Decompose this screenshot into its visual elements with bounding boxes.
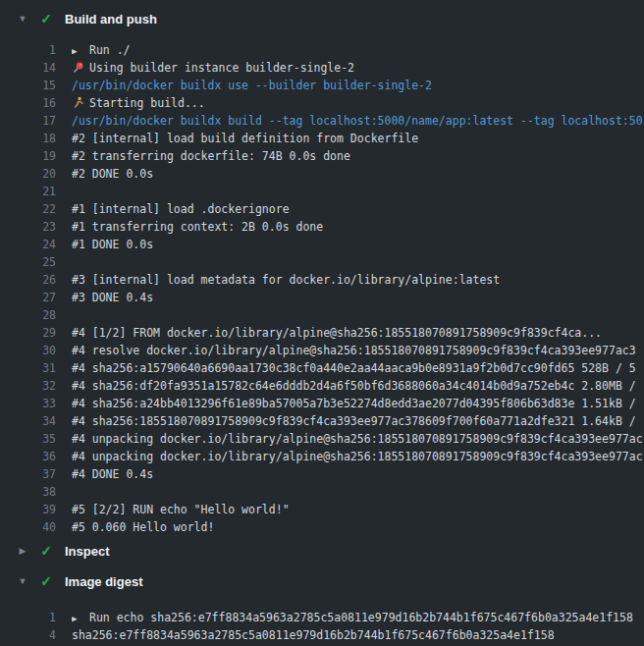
- runner-icon: [72, 96, 84, 109]
- line-number[interactable]: 22: [0, 200, 56, 218]
- log-line: 4 sha256:e7ff8834a5963a2785c5a0811e979d1…: [0, 626, 644, 644]
- line-text: Starting build...: [72, 94, 644, 112]
- line-number[interactable]: 25: [0, 253, 56, 271]
- log-line: 29 #4 [1/2] FROM docker.io/library/alpin…: [0, 324, 644, 342]
- line-number[interactable]: 27: [0, 289, 56, 306]
- log-line: 32 #4 sha256:df20fa9351a15782c64e6dddb2d…: [0, 377, 644, 395]
- line-number[interactable]: 1: [0, 41, 56, 59]
- line-number[interactable]: 18: [0, 130, 56, 147]
- line-number[interactable]: 23: [0, 218, 56, 236]
- line-number[interactable]: 32: [0, 377, 56, 395]
- line-text: #5 0.060 Hello world!: [72, 518, 644, 536]
- log-line: 28: [0, 306, 644, 324]
- line-number[interactable]: 38: [0, 483, 56, 501]
- chevron-right-icon[interactable]: ▶: [17, 540, 28, 562]
- line-text: Using builder instance builder-single-2: [72, 59, 644, 77]
- line-text-value: /usr/bin/docker buildx use --builder bui…: [72, 79, 432, 92]
- line-text: #2 transferring dockerfile: 74B 0.0s don…: [72, 147, 644, 165]
- line-text: [72, 306, 644, 324]
- log-line: 20 #2 DONE 0.0s: [0, 165, 644, 183]
- line-number[interactable]: 37: [0, 465, 56, 483]
- play-icon[interactable]: ▶: [72, 609, 85, 626]
- line-number[interactable]: 33: [0, 395, 56, 412]
- play-icon[interactable]: ▶: [72, 41, 85, 59]
- log-line: 37 #4 DONE 0.4s: [0, 465, 644, 483]
- line-number[interactable]: 34: [0, 412, 56, 430]
- line-text-value: #4 unpacking docker.io/library/alpine@sh…: [72, 432, 643, 446]
- line-text: #2 DONE 0.0s: [72, 165, 644, 183]
- line-text: #4 sha256:185518070891758909c9f839cf4ca3…: [72, 412, 644, 430]
- runner-icon: [72, 94, 85, 112]
- line-text: /usr/bin/docker buildx use --builder bui…: [72, 77, 644, 94]
- log-line: 35 #4 unpacking docker.io/library/alpine…: [0, 430, 644, 448]
- line-number[interactable]: 29: [0, 324, 56, 342]
- line-number[interactable]: 19: [0, 147, 56, 165]
- line-text-value: #4 DONE 0.4s: [72, 467, 153, 481]
- line-number[interactable]: 35: [0, 430, 56, 448]
- log-line: 38: [0, 483, 644, 501]
- section-title: Image digest: [65, 574, 142, 589]
- line-text-value: #4 sha256:a15790640a6690aa1730c38cf0a440…: [72, 361, 636, 375]
- log-line: 14 Using builder instance builder-single…: [0, 59, 644, 77]
- line-text-value: Run ./: [89, 43, 131, 57]
- line-text-value: #4 sha256:a24bb4013296f61e89ba57005a7b3e…: [72, 397, 636, 410]
- chevron-down-icon[interactable]: ▼: [17, 570, 28, 592]
- log-lines: 1 ▶Run ./ 14 Using builder instance buil…: [0, 41, 644, 536]
- line-number[interactable]: 21: [0, 183, 56, 200]
- line-text-value: sha256:e7ff8834a5963a2785c5a0811e979d16b…: [72, 628, 555, 642]
- pushpin-icon: [72, 59, 85, 77]
- line-text-value: #3 [internal] load metadata for docker.i…: [72, 273, 500, 287]
- line-text-value: Starting build...: [89, 96, 205, 110]
- log-line: 22 #1 [internal] load .dockerignore: [0, 200, 644, 218]
- line-number[interactable]: 15: [0, 77, 56, 94]
- line-number[interactable]: 40: [0, 518, 56, 536]
- log-section: ▶ ✓ Inspect: [0, 540, 644, 562]
- log-line: 31 #4 sha256:a15790640a6690aa1730c38cf0a…: [0, 359, 644, 377]
- log-line: 17 /usr/bin/docker buildx build --tag lo…: [0, 112, 644, 130]
- line-number[interactable]: 4: [0, 626, 56, 644]
- check-icon: ✓: [39, 570, 53, 592]
- line-text: #2 [internal] load build definition from…: [72, 130, 644, 147]
- log-line: 39 #5 [2/2] RUN echo "Hello world!": [0, 501, 644, 518]
- line-number[interactable]: 28: [0, 306, 56, 324]
- line-text-value: #1 [internal] load .dockerignore: [72, 202, 290, 216]
- line-text: [72, 483, 644, 501]
- line-text: ▶Run ./: [72, 41, 644, 59]
- line-number[interactable]: 30: [0, 342, 56, 359]
- line-text: #1 DONE 0.0s: [72, 236, 644, 253]
- line-number[interactable]: 24: [0, 236, 56, 253]
- line-text-value: Run echo sha256:e7ff8834a5963a2785c5a081…: [89, 611, 633, 624]
- log-line: 1 ▶Run echo sha256:e7ff8834a5963a2785c5a…: [0, 609, 644, 626]
- log-line: 19 #2 transferring dockerfile: 74B 0.0s …: [0, 147, 644, 165]
- line-number[interactable]: 14: [0, 59, 56, 77]
- line-text-value: #4 resolve docker.io/library/alpine@sha2…: [72, 344, 636, 357]
- log-line: 36 #4 unpacking docker.io/library/alpine…: [0, 448, 644, 465]
- check-icon: ✓: [39, 540, 53, 562]
- line-number[interactable]: 36: [0, 448, 56, 465]
- section-header[interactable]: ▼ ✓ Image digest: [0, 570, 644, 592]
- line-text-value: #1 DONE 0.0s: [72, 238, 153, 251]
- log-line: 15 /usr/bin/docker buildx use --builder …: [0, 77, 644, 94]
- line-text: [72, 253, 644, 271]
- check-icon: ✓: [39, 8, 53, 29]
- line-number[interactable]: 26: [0, 271, 56, 289]
- line-text-value: #5 0.060 Hello world!: [72, 520, 214, 534]
- line-text: #4 [1/2] FROM docker.io/library/alpine@s…: [72, 324, 644, 342]
- log-line: 24 #1 DONE 0.0s: [0, 236, 644, 253]
- chevron-down-icon[interactable]: ▼: [17, 8, 28, 29]
- line-number[interactable]: 1: [0, 609, 56, 626]
- line-number[interactable]: 16: [0, 94, 56, 112]
- section-header[interactable]: ▶ ✓ Inspect: [0, 540, 644, 562]
- line-text: #1 [internal] load .dockerignore: [72, 200, 644, 218]
- log-line: 18 #2 [internal] load build definition f…: [0, 130, 644, 147]
- line-number[interactable]: 39: [0, 501, 56, 518]
- log-line: 23 #1 transferring context: 2B 0.0s done: [0, 218, 644, 236]
- line-number[interactable]: 20: [0, 165, 56, 183]
- section-header[interactable]: ▼ ✓ Build and push: [0, 8, 644, 29]
- log-line: 34 #4 sha256:185518070891758909c9f839cf4…: [0, 412, 644, 430]
- line-text-value: Using builder instance builder-single-2: [89, 61, 354, 75]
- line-text-value: #2 transferring dockerfile: 74B 0.0s don…: [72, 149, 350, 163]
- line-number[interactable]: 31: [0, 359, 56, 377]
- line-text: #4 unpacking docker.io/library/alpine@sh…: [72, 430, 644, 448]
- line-number[interactable]: 17: [0, 112, 56, 130]
